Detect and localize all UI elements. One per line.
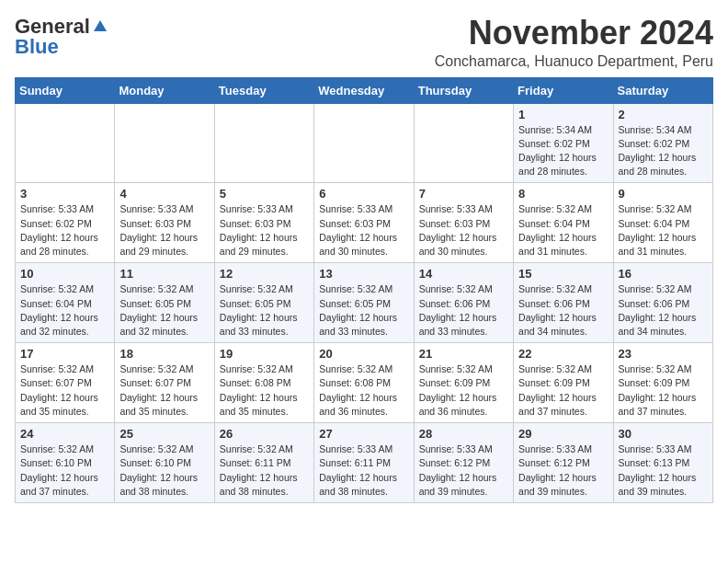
day-info: Sunrise: 5:32 AM Sunset: 6:06 PM Dayligh…	[419, 282, 508, 339]
day-info: Sunrise: 5:32 AM Sunset: 6:04 PM Dayligh…	[619, 202, 708, 259]
day-info: Sunrise: 5:33 AM Sunset: 6:03 PM Dayligh…	[319, 202, 408, 259]
day-number: 13	[319, 267, 408, 281]
day-number: 27	[319, 427, 408, 441]
calendar-cell	[16, 103, 115, 183]
day-info: Sunrise: 5:32 AM Sunset: 6:05 PM Dayligh…	[119, 282, 209, 339]
calendar-cell: 20Sunrise: 5:32 AM Sunset: 6:08 PM Dayli…	[314, 343, 414, 423]
day-info: Sunrise: 5:32 AM Sunset: 6:09 PM Dayligh…	[419, 362, 508, 419]
day-info: Sunrise: 5:33 AM Sunset: 6:03 PM Dayligh…	[119, 202, 209, 259]
day-number: 19	[220, 347, 309, 361]
calendar-cell: 12Sunrise: 5:32 AM Sunset: 6:05 PM Dayli…	[214, 263, 313, 343]
calendar-cell: 24Sunrise: 5:32 AM Sunset: 6:10 PM Dayli…	[16, 423, 115, 503]
calendar-cell: 10Sunrise: 5:32 AM Sunset: 6:04 PM Dayli…	[16, 263, 115, 343]
day-info: Sunrise: 5:33 AM Sunset: 6:11 PM Dayligh…	[319, 442, 408, 499]
calendar-table: SundayMondayTuesdayWednesdayThursdayFrid…	[15, 77, 713, 503]
calendar-cell: 3Sunrise: 5:33 AM Sunset: 6:02 PM Daylig…	[16, 183, 115, 263]
calendar-cell: 19Sunrise: 5:32 AM Sunset: 6:08 PM Dayli…	[214, 343, 313, 423]
week-row-3: 10Sunrise: 5:32 AM Sunset: 6:04 PM Dayli…	[16, 263, 713, 343]
day-number: 30	[619, 427, 708, 441]
week-row-1: 1Sunrise: 5:34 AM Sunset: 6:02 PM Daylig…	[16, 103, 713, 183]
calendar-cell: 15Sunrise: 5:32 AM Sunset: 6:06 PM Dayli…	[514, 263, 613, 343]
calendar-cell: 27Sunrise: 5:33 AM Sunset: 6:11 PM Dayli…	[314, 423, 414, 503]
page-header: General Blue November 2024 Conchamarca, …	[15, 15, 713, 70]
calendar-cell	[314, 103, 414, 183]
calendar-cell: 23Sunrise: 5:32 AM Sunset: 6:09 PM Dayli…	[613, 343, 712, 423]
day-number: 18	[119, 347, 209, 361]
day-info: Sunrise: 5:32 AM Sunset: 6:06 PM Dayligh…	[518, 282, 608, 339]
logo-blue: Blue	[15, 35, 59, 59]
day-number: 28	[419, 427, 508, 441]
calendar-cell: 25Sunrise: 5:32 AM Sunset: 6:10 PM Dayli…	[115, 423, 214, 503]
weekday-header-tuesday: Tuesday	[214, 77, 313, 103]
weekday-header-sunday: Sunday	[16, 77, 115, 103]
day-number: 15	[518, 267, 608, 281]
day-info: Sunrise: 5:32 AM Sunset: 6:05 PM Dayligh…	[319, 282, 408, 339]
calendar-cell: 29Sunrise: 5:33 AM Sunset: 6:12 PM Dayli…	[514, 423, 613, 503]
svg-marker-0	[94, 20, 107, 31]
calendar-cell: 28Sunrise: 5:33 AM Sunset: 6:12 PM Dayli…	[414, 423, 513, 503]
day-number: 21	[419, 347, 508, 361]
day-number: 20	[319, 347, 408, 361]
month-title: November 2024	[435, 15, 713, 52]
day-number: 17	[20, 347, 109, 361]
day-info: Sunrise: 5:32 AM Sunset: 6:09 PM Dayligh…	[619, 362, 708, 419]
calendar-cell: 18Sunrise: 5:32 AM Sunset: 6:07 PM Dayli…	[115, 343, 214, 423]
calendar-cell: 14Sunrise: 5:32 AM Sunset: 6:06 PM Dayli…	[414, 263, 513, 343]
weekday-header-friday: Friday	[514, 77, 613, 103]
day-number: 6	[319, 187, 408, 201]
calendar-cell	[214, 103, 313, 183]
day-info: Sunrise: 5:32 AM Sunset: 6:07 PM Dayligh…	[119, 362, 209, 419]
calendar-cell: 13Sunrise: 5:32 AM Sunset: 6:05 PM Dayli…	[314, 263, 414, 343]
day-number: 14	[419, 267, 508, 281]
day-number: 3	[20, 187, 109, 201]
calendar-cell	[115, 103, 214, 183]
day-number: 2	[619, 108, 708, 121]
day-info: Sunrise: 5:32 AM Sunset: 6:04 PM Dayligh…	[20, 282, 109, 339]
title-block: November 2024 Conchamarca, Huanuco Depar…	[435, 15, 713, 70]
calendar-cell: 2Sunrise: 5:34 AM Sunset: 6:02 PM Daylig…	[613, 103, 712, 183]
calendar-cell: 1Sunrise: 5:34 AM Sunset: 6:02 PM Daylig…	[514, 103, 613, 183]
calendar-cell: 16Sunrise: 5:32 AM Sunset: 6:06 PM Dayli…	[613, 263, 712, 343]
day-info: Sunrise: 5:33 AM Sunset: 6:12 PM Dayligh…	[419, 442, 508, 499]
day-info: Sunrise: 5:33 AM Sunset: 6:02 PM Dayligh…	[20, 202, 109, 259]
week-row-5: 24Sunrise: 5:32 AM Sunset: 6:10 PM Dayli…	[16, 423, 713, 503]
day-number: 24	[20, 427, 109, 441]
day-info: Sunrise: 5:32 AM Sunset: 6:08 PM Dayligh…	[319, 362, 408, 419]
calendar-cell: 21Sunrise: 5:32 AM Sunset: 6:09 PM Dayli…	[414, 343, 513, 423]
day-number: 25	[119, 427, 209, 441]
weekday-header-saturday: Saturday	[613, 77, 712, 103]
day-number: 26	[220, 427, 309, 441]
day-info: Sunrise: 5:32 AM Sunset: 6:10 PM Dayligh…	[20, 442, 109, 499]
weekday-header-thursday: Thursday	[414, 77, 513, 103]
weekday-header-wednesday: Wednesday	[314, 77, 414, 103]
day-number: 29	[518, 427, 608, 441]
day-info: Sunrise: 5:34 AM Sunset: 6:02 PM Dayligh…	[518, 123, 608, 179]
calendar-cell: 17Sunrise: 5:32 AM Sunset: 6:07 PM Dayli…	[16, 343, 115, 423]
day-info: Sunrise: 5:32 AM Sunset: 6:09 PM Dayligh…	[518, 362, 608, 419]
calendar-cell: 7Sunrise: 5:33 AM Sunset: 6:03 PM Daylig…	[414, 183, 513, 263]
day-info: Sunrise: 5:32 AM Sunset: 6:06 PM Dayligh…	[619, 282, 708, 339]
calendar-cell: 26Sunrise: 5:32 AM Sunset: 6:11 PM Dayli…	[214, 423, 313, 503]
logo: General Blue	[15, 15, 108, 59]
day-number: 4	[119, 187, 209, 201]
day-number: 11	[119, 267, 209, 281]
day-info: Sunrise: 5:33 AM Sunset: 6:03 PM Dayligh…	[419, 202, 508, 259]
day-number: 16	[619, 267, 708, 281]
calendar-cell: 9Sunrise: 5:32 AM Sunset: 6:04 PM Daylig…	[613, 183, 712, 263]
day-number: 7	[419, 187, 508, 201]
calendar-cell: 8Sunrise: 5:32 AM Sunset: 6:04 PM Daylig…	[514, 183, 613, 263]
day-info: Sunrise: 5:32 AM Sunset: 6:08 PM Dayligh…	[220, 362, 309, 419]
calendar-cell: 11Sunrise: 5:32 AM Sunset: 6:05 PM Dayli…	[115, 263, 214, 343]
day-info: Sunrise: 5:34 AM Sunset: 6:02 PM Dayligh…	[619, 123, 708, 179]
location: Conchamarca, Huanuco Department, Peru	[435, 53, 713, 70]
day-number: 8	[518, 187, 608, 201]
week-row-2: 3Sunrise: 5:33 AM Sunset: 6:02 PM Daylig…	[16, 183, 713, 263]
logo-icon	[92, 18, 108, 35]
day-number: 22	[518, 347, 608, 361]
day-number: 23	[619, 347, 708, 361]
day-info: Sunrise: 5:33 AM Sunset: 6:13 PM Dayligh…	[619, 442, 708, 499]
day-number: 10	[20, 267, 109, 281]
weekday-header-row: SundayMondayTuesdayWednesdayThursdayFrid…	[16, 77, 713, 103]
calendar-cell	[414, 103, 513, 183]
day-number: 9	[619, 187, 708, 201]
